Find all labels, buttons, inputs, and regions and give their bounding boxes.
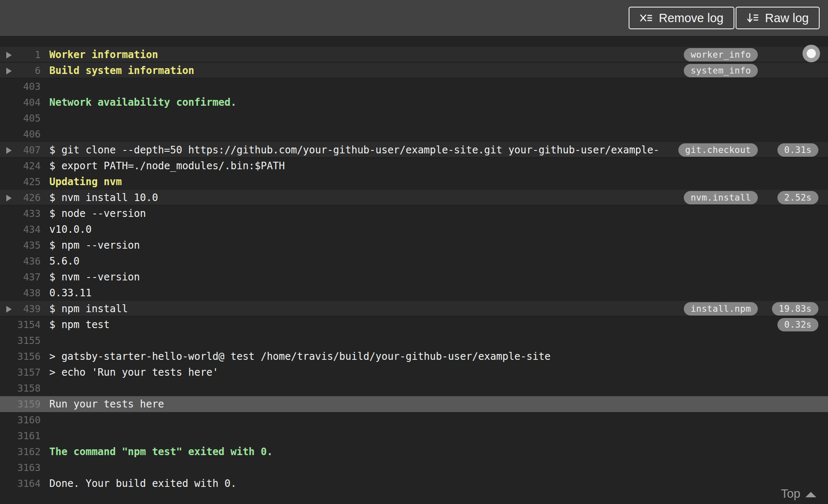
log-line: 3164Done. Your build exited with 0.	[0, 476, 828, 491]
log-line: 3157> echo 'Run your tests here'	[0, 364, 828, 380]
fold-tag-badge: worker_info	[684, 48, 758, 61]
line-number[interactable]: 3156	[0, 349, 41, 364]
log-line: 3156> gatsby-starter-hello-world@ test /…	[0, 349, 828, 364]
remove-log-icon	[639, 12, 653, 24]
fold-tag-badge: git.checkout	[678, 143, 758, 157]
line-number[interactable]: 404	[0, 94, 41, 110]
log-text: $ npm test	[49, 317, 110, 333]
line-number[interactable]: 3159	[0, 396, 41, 412]
log-text: $ npm install	[49, 301, 128, 317]
log-line: 406	[0, 126, 828, 142]
fold-tag-badge: nvm.install	[684, 191, 758, 204]
log-line: 6Build system informationsystem_info	[0, 63, 828, 79]
line-number[interactable]: 405	[0, 110, 41, 126]
line-number[interactable]: 6	[0, 63, 41, 79]
line-number[interactable]: 1	[0, 47, 41, 63]
line-number[interactable]: 438	[0, 285, 41, 301]
scroll-indicator[interactable]	[803, 45, 820, 62]
line-number[interactable]: 3160	[0, 412, 41, 428]
raw-log-label: Raw log	[765, 11, 809, 25]
log-line: 3154$ npm test0.32s	[0, 317, 828, 333]
log-line: 3160	[0, 412, 828, 428]
log-text: $ git clone --depth=50 https://github.co…	[49, 142, 659, 158]
raw-log-icon	[746, 12, 759, 24]
log-text: Run your tests here	[49, 396, 164, 412]
log-line: 1Worker informationworker_info	[0, 47, 828, 63]
log-text: $ node --version	[49, 206, 146, 221]
line-number[interactable]: 3164	[0, 476, 41, 491]
log-toolbar: Remove log Raw log	[0, 0, 828, 36]
duration-badge: 0.31s	[777, 143, 818, 157]
remove-log-button[interactable]: Remove log	[629, 7, 734, 29]
log-line: 425Updating nvm	[0, 174, 828, 190]
duration-badge: 0.32s	[777, 318, 818, 331]
line-number[interactable]: 3162	[0, 444, 41, 460]
log-line: 3162The command "npm test" exited with 0…	[0, 444, 828, 460]
log-text: > echo 'Run your tests here'	[49, 364, 219, 380]
line-number[interactable]: 3154	[0, 317, 41, 333]
log-text: $ nvm --version	[49, 269, 140, 285]
log-line: 3163	[0, 460, 828, 476]
log-line: 3155	[0, 333, 828, 349]
line-number[interactable]: 426	[0, 190, 41, 206]
line-number[interactable]: 3155	[0, 333, 41, 349]
log-line: 424$ export PATH=./node_modules/.bin:$PA…	[0, 158, 828, 174]
line-number[interactable]: 403	[0, 79, 41, 94]
log-line: 3161	[0, 428, 828, 444]
log-text: Updating nvm	[49, 174, 122, 190]
line-number[interactable]: 435	[0, 237, 41, 253]
log-line: 404Network availability confirmed.	[0, 94, 828, 110]
log-text: $ nvm install 10.0	[49, 190, 158, 206]
log-text: v10.0.0	[49, 221, 92, 237]
line-number[interactable]: 433	[0, 206, 41, 221]
line-number[interactable]: 3161	[0, 428, 41, 444]
log-line: 405	[0, 110, 828, 126]
log-line: 407$ git clone --depth=50 https://github…	[0, 142, 828, 158]
log-text: Network availability confirmed.	[49, 94, 237, 110]
log-line: 3159Run your tests here	[0, 396, 828, 412]
duration-badge: 19.83s	[772, 302, 818, 316]
log-text: The command "npm test" exited with 0.	[49, 444, 273, 460]
line-number[interactable]: 406	[0, 126, 41, 142]
line-number[interactable]: 425	[0, 174, 41, 190]
fold-tag-badge: system_info	[684, 64, 758, 77]
log-text: $ export PATH=./node_modules/.bin:$PATH	[49, 158, 285, 174]
log-line: 437$ nvm --version	[0, 269, 828, 285]
scroll-to-top-link[interactable]: Top	[781, 487, 816, 501]
raw-log-button[interactable]: Raw log	[736, 7, 820, 29]
log-line: 426$ nvm install 10.0nvm.install2.52s	[0, 190, 828, 206]
fold-tag-badge: install.npm	[684, 302, 758, 316]
line-number[interactable]: 407	[0, 142, 41, 158]
log-text: 0.33.11	[49, 285, 92, 301]
log-text: Worker information	[49, 47, 158, 63]
line-number[interactable]: 437	[0, 269, 41, 285]
duration-badge: 2.52s	[777, 191, 818, 204]
log-line: 4380.33.11	[0, 285, 828, 301]
top-link-label: Top	[781, 487, 800, 501]
log-line: 434v10.0.0	[0, 221, 828, 237]
log-line: 403	[0, 79, 828, 94]
log-line: 439$ npm installinstall.npm19.83s	[0, 301, 828, 317]
log-lines-container: 1Worker informationworker_info6Build sys…	[0, 47, 828, 491]
log-line: 435$ npm --version	[0, 237, 828, 253]
log-line: 433$ node --version	[0, 206, 828, 221]
line-number[interactable]: 424	[0, 158, 41, 174]
log-text: $ npm --version	[49, 237, 140, 253]
build-log-pane: 1Worker informationworker_info6Build sys…	[0, 36, 828, 504]
line-number[interactable]: 3163	[0, 460, 41, 476]
log-text: > gatsby-starter-hello-world@ test /home…	[49, 349, 550, 364]
arrow-up-icon	[805, 492, 816, 497]
line-number[interactable]: 3158	[0, 380, 41, 396]
log-line: 4365.6.0	[0, 253, 828, 269]
line-number[interactable]: 3157	[0, 364, 41, 380]
log-text: Done. Your build exited with 0.	[49, 476, 237, 491]
log-text: 5.6.0	[49, 253, 79, 269]
line-number[interactable]: 434	[0, 221, 41, 237]
log-line: 3158	[0, 380, 828, 396]
line-number[interactable]: 436	[0, 253, 41, 269]
line-number[interactable]: 439	[0, 301, 41, 317]
remove-log-label: Remove log	[659, 11, 724, 25]
log-text: Build system information	[49, 63, 194, 79]
